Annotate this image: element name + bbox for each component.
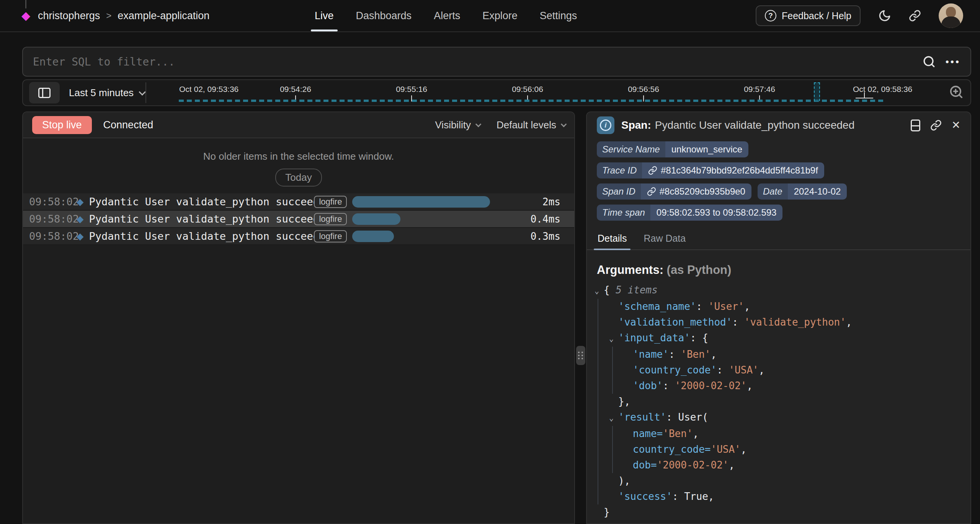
collapse-chevron-icon[interactable]: ⌄ (609, 410, 618, 426)
code-line: 'name': 'Ben', (595, 347, 967, 362)
code-line: }, (595, 394, 967, 409)
time-range-label: Last 5 minutes (69, 87, 134, 99)
code-token: 'Ben' (681, 349, 710, 360)
nav-tabs: LiveDashboardsAlertsExploreSettings (313, 0, 578, 31)
span-title-text: Pydantic User validate_python succeeded (655, 119, 854, 131)
span-row[interactable]: 09:58:02◆Pydantic User validate_python s… (23, 228, 574, 245)
timeline-end-tick (864, 92, 865, 98)
indent-guide (598, 378, 598, 394)
span-detail-panel: i Span:Pydantic User validate_python suc… (586, 111, 971, 524)
dark-mode-toggle[interactable] (878, 9, 891, 22)
span-row-message: Pydantic User validate_python succeeded (89, 230, 314, 242)
span-diamond-icon: ◆ (77, 214, 83, 224)
code-token: '2000-02-02' (657, 459, 729, 471)
time-range-select[interactable]: Last 5 minutes (69, 87, 144, 99)
code-token: 'USA' (711, 444, 741, 455)
code-token: 'Ben' (663, 428, 693, 439)
nav-tab-explore[interactable]: Explore (481, 0, 519, 31)
duration-bar (352, 231, 394, 242)
share-link-button[interactable] (909, 10, 921, 22)
moon-icon (878, 9, 891, 22)
feedback-help-button[interactable]: ? Feedback / Help (756, 5, 861, 26)
timeline-end-label: Oct 02, 09:58:36 (853, 85, 912, 94)
duration-bar (352, 213, 400, 225)
today-button[interactable]: Today (275, 169, 322, 187)
sql-filter-input[interactable] (33, 56, 923, 68)
span-row-time: 09:58:02 (29, 213, 74, 225)
timeline-tick: 09:57:46 (744, 85, 775, 102)
code-token: : (696, 301, 708, 312)
visibility-dropdown[interactable]: Visibility (435, 119, 479, 131)
code-line: country_code='USA', (595, 442, 967, 457)
indent-guide (612, 426, 613, 442)
default-levels-dropdown[interactable]: Default levels (497, 119, 565, 131)
nav-tab-alerts[interactable]: Alerts (432, 0, 462, 31)
logo-accent-line (25, 0, 26, 8)
chevron-down-icon (561, 121, 567, 127)
info-icon: i (597, 116, 614, 134)
code-token: , (846, 316, 852, 328)
trace-id-badge[interactable]: Trace ID #81c364b79bbd92ef26b4dd5ff4c81b… (597, 162, 824, 178)
panel-resize-handle[interactable] (576, 346, 585, 365)
nav-tab-settings[interactable]: Settings (538, 0, 579, 31)
close-icon[interactable]: ✕ (952, 120, 960, 131)
indent-guide (598, 362, 598, 378)
code-token: , (711, 349, 717, 360)
nav-tab-dashboards[interactable]: Dashboards (354, 0, 413, 31)
empty-window-message: No older items in the selected time wind… (23, 151, 574, 162)
span-id-badge[interactable]: Span ID #8c85209cb935b9e0 (597, 183, 751, 200)
stop-live-button[interactable]: Stop live (32, 116, 92, 134)
code-token: 'dob' (633, 380, 663, 391)
code-line: ⌄'input_data': { (595, 330, 967, 347)
collapse-chevron-icon[interactable]: ⌄ (609, 331, 618, 347)
code-token: country_code= (633, 444, 711, 455)
code-token: , (728, 459, 735, 471)
code-token: 5 items (616, 284, 658, 296)
time-span-badge: Time span 09:58:02.593 to 09:58:02.593 (597, 205, 782, 221)
sidebar-toggle-button[interactable] (29, 82, 60, 103)
logfire-tag: logfire (314, 230, 347, 242)
live-list-panel: Stop live Connected Visibility Default l… (22, 111, 575, 524)
arguments-format-label: (as Python) (667, 263, 732, 277)
breadcrumb-org[interactable]: christophergs (38, 10, 100, 22)
detail-tab-raw-data[interactable]: Raw Data (643, 229, 686, 249)
date-badge: Date 2024-10-02 (758, 183, 847, 200)
copy-link-button[interactable] (930, 120, 942, 131)
arguments-heading: Arguments: (as Python) (587, 250, 970, 277)
split-panel-icon (911, 120, 920, 131)
service-name-badge: Service Name unknown_service (597, 141, 748, 157)
code-token: : (732, 316, 744, 328)
nav-tab-live[interactable]: Live (313, 0, 335, 31)
span-detail-header: i Span:Pydantic User validate_python suc… (587, 112, 970, 138)
logo[interactable]: ◆ (21, 10, 30, 21)
default-levels-label: Default levels (497, 119, 556, 131)
indent-guide (598, 473, 598, 489)
indent-guide (598, 457, 598, 473)
arguments-code: ⌄{ 5 items'schema_name': 'User','validat… (587, 277, 970, 520)
timeline-zoom-button[interactable] (949, 85, 964, 100)
logfire-logo-icon: ◆ (21, 10, 30, 21)
indent-guide (598, 426, 598, 442)
code-token: } (604, 506, 610, 518)
timeline-divider (145, 82, 146, 103)
code-token: : (663, 380, 675, 391)
code-token: 'name' (633, 349, 669, 360)
code-line: ⌄'result': User( (595, 409, 967, 426)
dock-panel-button[interactable] (911, 120, 920, 131)
code-line: ⌄{ 5 items (595, 282, 967, 299)
span-row[interactable]: 09:58:02◆Pydantic User validate_python s… (23, 193, 574, 211)
code-token: 'country_code' (633, 364, 717, 376)
more-options-icon[interactable]: ••• (946, 56, 960, 68)
search-icon[interactable] (923, 55, 936, 68)
span-row-time: 09:58:02 (29, 230, 74, 242)
code-token: 'User' (708, 301, 744, 312)
indent-guide (598, 409, 598, 426)
duration-bar-track (352, 231, 518, 242)
span-row[interactable]: 09:58:02◆Pydantic User validate_python s… (23, 211, 574, 228)
indent-guide (598, 394, 598, 409)
detail-tab-details[interactable]: Details (597, 229, 627, 249)
user-avatar[interactable] (939, 3, 963, 28)
timeline-bar: Last 5 minutes Oct 02, 09:53:36 09:54:26… (22, 79, 971, 106)
breadcrumb-project[interactable]: example-application (118, 10, 209, 22)
collapse-chevron-icon[interactable]: ⌄ (595, 283, 604, 299)
